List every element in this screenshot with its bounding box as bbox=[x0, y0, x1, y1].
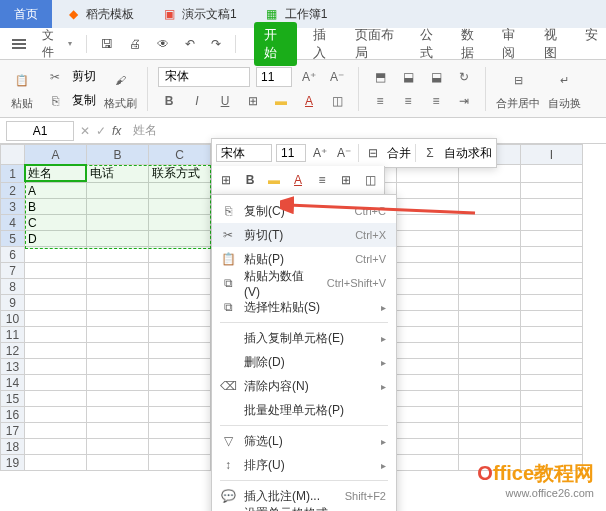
menu-item-label: 插入批注(M)... bbox=[244, 488, 337, 505]
cell-style-icon[interactable]: ◫ bbox=[326, 90, 348, 112]
mini-style-icon[interactable]: ◫ bbox=[360, 170, 380, 190]
align-center-icon[interactable]: ≡ bbox=[397, 90, 419, 112]
context-menu-item[interactable]: 批量处理单元格(P) bbox=[212, 398, 396, 422]
menu-item-label: 清除内容(N) bbox=[244, 378, 373, 395]
context-menu-item[interactable]: ⎘复制(C)Ctrl+C bbox=[212, 199, 396, 223]
menu-item-label: 复制(C) bbox=[244, 203, 347, 220]
col-header[interactable]: A bbox=[25, 145, 87, 165]
mini-increase-font-icon[interactable]: A⁺ bbox=[310, 143, 330, 163]
auto-wrap[interactable]: ↵ 自动换 bbox=[548, 66, 581, 111]
orientation-icon[interactable]: ↻ bbox=[453, 66, 475, 88]
row-header[interactable]: 2 bbox=[1, 183, 25, 199]
mini-bold-icon[interactable]: B bbox=[240, 170, 260, 190]
col-header[interactable]: I bbox=[521, 145, 583, 165]
paste-group[interactable]: 📋 粘贴 bbox=[8, 66, 36, 111]
merge-center[interactable]: ⊟ 合并居中 bbox=[496, 66, 540, 111]
row-header[interactable]: 7 bbox=[1, 263, 25, 279]
select-all-corner[interactable] bbox=[1, 145, 25, 165]
context-menu-item[interactable]: 删除(D)▸ bbox=[212, 350, 396, 374]
flame-icon: ◆ bbox=[66, 7, 80, 21]
mini-size-select[interactable] bbox=[276, 144, 306, 162]
font-select[interactable] bbox=[158, 67, 250, 87]
cancel-icon[interactable]: ✕ bbox=[80, 124, 90, 138]
menu-shortcut: Ctrl+C bbox=[355, 205, 386, 217]
align-bottom-icon[interactable]: ⬓ bbox=[425, 66, 447, 88]
row-header[interactable]: 6 bbox=[1, 247, 25, 263]
fx-button[interactable]: fx bbox=[106, 124, 127, 138]
row-header[interactable]: 3 bbox=[1, 199, 25, 215]
mini-format-icon[interactable]: ⊞ bbox=[216, 170, 236, 190]
align-top-icon[interactable]: ⬒ bbox=[369, 66, 391, 88]
menu-insert[interactable]: 插入 bbox=[311, 22, 338, 66]
decrease-font-icon[interactable]: A⁻ bbox=[326, 66, 348, 88]
name-box[interactable] bbox=[6, 121, 74, 141]
col-header[interactable]: B bbox=[87, 145, 149, 165]
align-left-icon[interactable]: ≡ bbox=[369, 90, 391, 112]
row-header[interactable]: 19 bbox=[1, 455, 25, 471]
row-header[interactable]: 12 bbox=[1, 343, 25, 359]
confirm-icon[interactable]: ✓ bbox=[96, 124, 106, 138]
increase-font-icon[interactable]: A⁺ bbox=[298, 66, 320, 88]
context-menu-item[interactable]: 插入复制单元格(E)▸ bbox=[212, 326, 396, 350]
menu-button[interactable] bbox=[6, 35, 32, 53]
context-menu-item[interactable]: ⧉粘贴为数值(V)Ctrl+Shift+V bbox=[212, 271, 396, 295]
menu-review[interactable]: 审阅 bbox=[500, 22, 527, 66]
mini-font-select[interactable] bbox=[216, 144, 272, 162]
menu-view[interactable]: 视图 bbox=[542, 22, 569, 66]
context-menu-item[interactable]: ✂剪切(T)Ctrl+X bbox=[212, 223, 396, 247]
menu-item-label: 粘贴为数值(V) bbox=[244, 268, 319, 299]
row-header[interactable]: 1 bbox=[1, 165, 25, 183]
context-menu-item[interactable]: ↕排序(U)▸ bbox=[212, 453, 396, 477]
row-header[interactable]: 10 bbox=[1, 311, 25, 327]
format-painter[interactable]: 🖌 格式刷 bbox=[104, 66, 137, 111]
tab-presentation[interactable]: ▣ 演示文稿1 bbox=[148, 0, 251, 28]
italic-icon[interactable]: I bbox=[186, 90, 208, 112]
row-header[interactable]: 14 bbox=[1, 375, 25, 391]
redo-icon[interactable]: ↷ bbox=[205, 33, 227, 55]
row-header[interactable]: 15 bbox=[1, 391, 25, 407]
mini-fontcolor-icon[interactable]: A bbox=[288, 170, 308, 190]
print-icon[interactable]: 🖨 bbox=[123, 33, 147, 55]
row-header[interactable]: 17 bbox=[1, 423, 25, 439]
save-icon[interactable]: 🖫 bbox=[95, 33, 119, 55]
row-header[interactable]: 13 bbox=[1, 359, 25, 375]
bold-icon[interactable]: B bbox=[158, 90, 180, 112]
font-color-icon[interactable]: A bbox=[298, 90, 320, 112]
mini-decrease-font-icon[interactable]: A⁻ bbox=[334, 143, 354, 163]
mini-toolbar-row2: ⊞ B ▬ A ≡ ⊞ ◫ bbox=[211, 166, 385, 195]
file-menu[interactable]: 文件▾ bbox=[36, 23, 78, 65]
context-menu-item[interactable]: ▽筛选(L)▸ bbox=[212, 429, 396, 453]
row-header[interactable]: 5 bbox=[1, 231, 25, 247]
align-right-icon[interactable]: ≡ bbox=[425, 90, 447, 112]
mini-align-icon[interactable]: ≡ bbox=[312, 170, 332, 190]
menu-layout[interactable]: 页面布局 bbox=[353, 22, 404, 66]
menu-start[interactable]: 开始 bbox=[254, 22, 297, 66]
menu-formula[interactable]: 公式 bbox=[418, 22, 445, 66]
row-header[interactable]: 9 bbox=[1, 295, 25, 311]
border-icon[interactable]: ⊞ bbox=[242, 90, 264, 112]
context-menu-item[interactable]: ⧉选择性粘贴(S)▸ bbox=[212, 295, 396, 319]
row-header[interactable]: 18 bbox=[1, 439, 25, 455]
font-size-select[interactable] bbox=[256, 67, 292, 87]
col-header[interactable]: C bbox=[149, 145, 211, 165]
mini-fill-icon[interactable]: ▬ bbox=[264, 170, 284, 190]
row-header[interactable]: 8 bbox=[1, 279, 25, 295]
row-header[interactable]: 11 bbox=[1, 327, 25, 343]
row-header[interactable]: 4 bbox=[1, 215, 25, 231]
cut-button[interactable]: ✂剪切 bbox=[44, 66, 96, 88]
mini-merge-icon[interactable]: ⊟ bbox=[363, 143, 383, 163]
fill-color-icon[interactable]: ▬ bbox=[270, 90, 292, 112]
blank-icon bbox=[220, 330, 236, 346]
undo-icon[interactable]: ↶ bbox=[179, 33, 201, 55]
mini-border-icon[interactable]: ⊞ bbox=[336, 170, 356, 190]
context-menu-item[interactable]: ⌫清除内容(N)▸ bbox=[212, 374, 396, 398]
indent-icon[interactable]: ⇥ bbox=[453, 90, 475, 112]
align-middle-icon[interactable]: ⬓ bbox=[397, 66, 419, 88]
copy-button[interactable]: ⎘复制 bbox=[44, 90, 96, 112]
menu-more[interactable]: 安 bbox=[583, 22, 600, 66]
row-header[interactable]: 16 bbox=[1, 407, 25, 423]
preview-icon[interactable]: 👁 bbox=[151, 33, 175, 55]
mini-sum-icon[interactable]: Σ bbox=[420, 143, 440, 163]
underline-icon[interactable]: U bbox=[214, 90, 236, 112]
menu-data[interactable]: 数据 bbox=[459, 22, 486, 66]
